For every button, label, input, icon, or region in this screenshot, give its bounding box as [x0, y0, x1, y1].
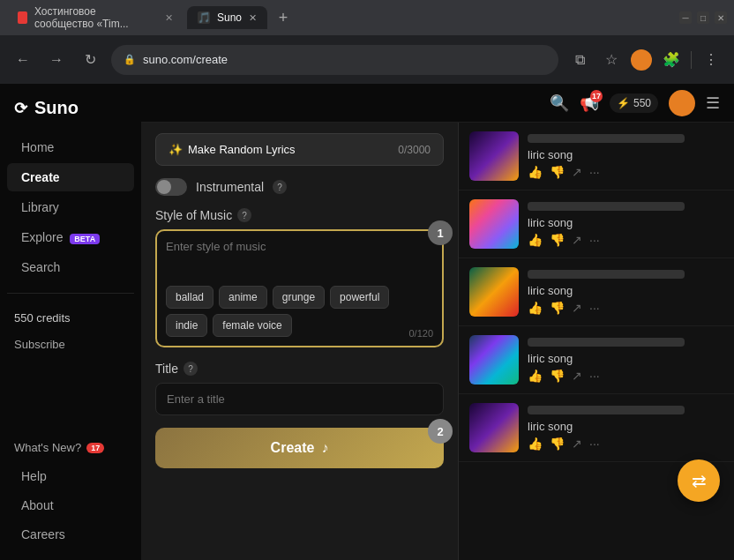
notification-count: 17: [590, 90, 603, 102]
lightning-icon: ⚡: [617, 97, 630, 109]
chip-powerful[interactable]: powerful: [330, 286, 389, 309]
chip-female-voice[interactable]: female voice: [213, 314, 291, 337]
chip-ballad[interactable]: ballad: [166, 286, 213, 309]
dislike-button-5[interactable]: 👎: [550, 437, 565, 451]
whats-new-button[interactable]: What's New? 17: [0, 434, 141, 461]
instrumental-label: Instrumental: [196, 180, 264, 194]
create-button[interactable]: Create ♪: [155, 428, 444, 468]
share-button-4[interactable]: ↗: [572, 369, 582, 383]
song-title-blurred-4: [528, 338, 685, 347]
menu-icon[interactable]: ☰: [706, 93, 720, 113]
style-help-icon[interactable]: ?: [237, 208, 251, 222]
lock-icon: 🔒: [124, 54, 136, 65]
song-thumbnail-1: [469, 131, 519, 181]
dislike-button-2[interactable]: 👎: [550, 233, 565, 247]
app: ⟳ Suno Home Create Library Explore BETA …: [0, 84, 734, 560]
tab-hosting[interactable]: Хостинговое сообщество «Tim... ✕: [7, 0, 184, 35]
dislike-button-4[interactable]: 👎: [550, 369, 565, 383]
credits-text: 550 credits: [14, 311, 71, 325]
notification-button[interactable]: 📢 17: [580, 93, 599, 113]
make-random-lyrics-button[interactable]: ✨ Make Random Lyrics 0/3000: [155, 133, 444, 166]
like-button-4[interactable]: 👍: [528, 369, 543, 383]
sidebar: ⟳ Suno Home Create Library Explore BETA …: [0, 84, 141, 560]
lyrics-char-count: 0/3000: [398, 144, 431, 156]
chip-indie[interactable]: indie: [166, 314, 207, 337]
sidebar-item-careers[interactable]: Careers: [7, 520, 134, 549]
dislike-button-1[interactable]: 👎: [550, 165, 565, 179]
more-button-1[interactable]: ···: [589, 165, 600, 179]
url-bar[interactable]: 🔒 suno.com/create: [111, 45, 558, 75]
extensions-icon[interactable]: 🧩: [659, 48, 684, 72]
sidebar-item-help[interactable]: Help: [7, 462, 134, 490]
new-tab-button[interactable]: +: [271, 5, 296, 30]
tab-close-1[interactable]: ✕: [165, 12, 173, 24]
share-button-5[interactable]: ↗: [572, 437, 582, 451]
more-button-2[interactable]: ···: [589, 233, 600, 247]
tab-suno[interactable]: 🎵 Suno ✕: [187, 6, 267, 29]
like-button-1[interactable]: 👍: [528, 165, 543, 179]
like-button-2[interactable]: 👍: [528, 233, 543, 247]
tab-close-2[interactable]: ✕: [249, 12, 257, 24]
share-button-3[interactable]: ↗: [572, 301, 582, 315]
sidebar-item-home[interactable]: Home: [7, 133, 134, 161]
song-info-4: liric song 👍 👎 ↗ ···: [528, 338, 723, 383]
sidebar-item-search[interactable]: Search: [7, 253, 134, 281]
song-item-3[interactable]: liric song 👍 👎 ↗ ···: [459, 258, 734, 326]
sidebar-bottom: What's New? 17 Help About Careers: [0, 434, 141, 549]
more-button-4[interactable]: ···: [589, 369, 600, 383]
fab-button[interactable]: ⇄: [678, 459, 720, 502]
song-actions-5: 👍 👎 ↗ ···: [528, 437, 723, 451]
title-help-icon[interactable]: ?: [184, 362, 198, 376]
minimize-button[interactable]: ─: [679, 11, 692, 24]
chip-anime[interactable]: anime: [219, 286, 267, 309]
browser-avatar[interactable]: [631, 49, 652, 71]
bookmark-icon[interactable]: ☆: [599, 48, 624, 72]
menu-icon[interactable]: ⋮: [699, 48, 723, 72]
credits-badge[interactable]: ⚡ 550: [610, 93, 658, 113]
close-button[interactable]: ✕: [715, 11, 727, 24]
song-name-1: liric song: [528, 148, 723, 161]
song-title-blurred-3: [528, 270, 685, 279]
chip-grunge[interactable]: grunge: [273, 286, 325, 309]
back-button[interactable]: ←: [11, 48, 35, 72]
song-actions-1: 👍 👎 ↗ ···: [528, 165, 723, 179]
like-button-3[interactable]: 👍: [528, 301, 543, 315]
song-item-5[interactable]: liric song 👍 👎 ↗ ···: [459, 394, 734, 462]
title-input[interactable]: [155, 383, 444, 415]
instrumental-toggle[interactable]: [155, 178, 187, 196]
more-button-5[interactable]: ···: [589, 437, 600, 451]
create-inner: ✨ Make Random Lyrics 0/3000 Instrumental…: [141, 123, 458, 479]
reload-button[interactable]: ↻: [78, 48, 102, 72]
home-label: Home: [21, 140, 54, 154]
more-button-3[interactable]: ···: [589, 301, 600, 315]
forward-button[interactable]: →: [44, 48, 69, 72]
share-button-2[interactable]: ↗: [572, 233, 582, 247]
about-label: About: [21, 498, 54, 512]
sidebar-item-about[interactable]: About: [7, 491, 134, 519]
sidebar-item-library[interactable]: Library: [7, 193, 134, 221]
instrumental-help-icon[interactable]: ?: [273, 180, 287, 194]
dislike-button-3[interactable]: 👎: [550, 301, 565, 315]
song-info-5: liric song 👍 👎 ↗ ···: [528, 406, 723, 451]
logo: ⟳ Suno: [0, 94, 141, 132]
subscribe-button[interactable]: Subscribe: [0, 331, 141, 358]
song-actions-3: 👍 👎 ↗ ···: [528, 301, 723, 315]
step-2-badge: 2: [428, 419, 453, 444]
song-item-1[interactable]: liric song 👍 👎 ↗ ···: [459, 123, 734, 190]
song-item-2[interactable]: liric song 👍 👎 ↗ ···: [459, 190, 734, 258]
share-button-1[interactable]: ↗: [572, 165, 582, 179]
user-avatar[interactable]: [669, 90, 695, 116]
tab-label-2: Suno: [217, 11, 242, 24]
translate-icon[interactable]: ⧉: [567, 48, 592, 72]
help-label: Help: [21, 469, 47, 483]
search-icon[interactable]: 🔍: [550, 93, 569, 113]
maximize-button[interactable]: □: [697, 11, 709, 24]
sidebar-item-explore[interactable]: Explore BETA: [7, 223, 134, 251]
like-button-5[interactable]: 👍: [528, 437, 543, 451]
style-input[interactable]: [166, 240, 433, 275]
app-header: 🔍 📢 17 ⚡ 550 ☰: [141, 84, 734, 123]
sidebar-item-create[interactable]: Create: [7, 163, 134, 191]
song-title-blurred-5: [528, 406, 685, 414]
song-name-4: liric song: [528, 352, 723, 365]
song-item-4[interactable]: liric song 👍 👎 ↗ ···: [459, 326, 734, 394]
